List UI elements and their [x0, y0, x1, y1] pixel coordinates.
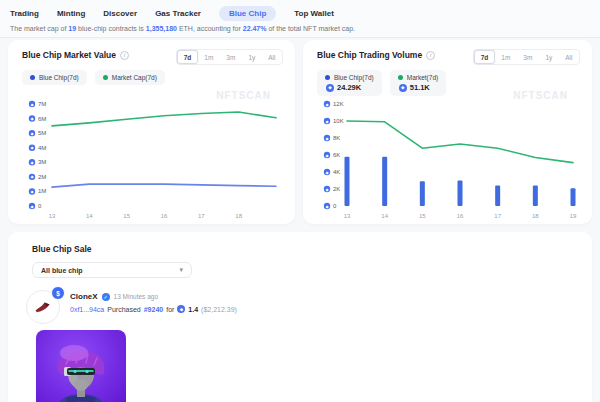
x-axis-tick-label: 13: [344, 213, 351, 219]
nav-item-top-wallet[interactable]: Top Wallet: [294, 6, 334, 21]
eth-icon: ◆: [177, 305, 185, 313]
y-axis-tick-label: 7M: [38, 101, 46, 107]
volume-bar[interactable]: [345, 157, 350, 206]
market-cap-summary: The market cap of 19 blue-chip contracts…: [0, 21, 600, 32]
range-option-7d[interactable]: 7d: [474, 50, 495, 64]
legend-label: Blue Chip(7d): [334, 74, 374, 81]
chevron-down-icon: ▾: [179, 266, 183, 274]
eth-icon: ◆: [326, 84, 334, 92]
summary-highlight-value[interactable]: 1,355,180: [146, 25, 177, 32]
volume-bar[interactable]: [382, 157, 387, 206]
collection-avatar[interactable]: $: [26, 290, 60, 324]
legend-label: Blue Chip(7d): [39, 74, 79, 81]
info-icon[interactable]: i: [120, 51, 129, 60]
market-value-header: Blue Chip Market Value i 7d1m3m1yAll: [8, 40, 295, 66]
trading-volume-chart[interactable]: ◆0◆2K◆4K◆6K◆8K◆10K◆12K13141516171819: [317, 100, 578, 222]
token-id-link[interactable]: #9240: [144, 306, 163, 313]
y-axis-tick-label: 3M: [38, 159, 46, 165]
volume-bar[interactable]: [458, 181, 463, 207]
verified-badge-icon: ✓: [102, 293, 110, 301]
legend-item[interactable]: Market(7d)◆51.1K: [390, 70, 446, 96]
y-axis-tick-label: 4M: [38, 145, 46, 151]
y-axis-tick-label: 4K: [333, 169, 340, 175]
market-value-legend: Blue Chip(7d)Market Cap(7d): [22, 70, 165, 85]
x-axis-tick-label: 15: [123, 213, 130, 219]
nav-item-blue-chip[interactable]: Blue Chip: [219, 6, 276, 21]
nft-image[interactable]: [36, 330, 126, 402]
x-axis-tick-label: 17: [494, 213, 501, 219]
collection-name-link[interactable]: CloneX: [70, 292, 98, 301]
market-value-range-filter: 7d1m3m1yAll: [176, 49, 283, 65]
dollar-badge-icon: $: [51, 286, 65, 300]
nftscan-watermark: NFTSCAN: [513, 90, 568, 101]
range-option-3m[interactable]: 3m: [517, 50, 539, 64]
y-axis-tick-label: 2K: [333, 186, 340, 192]
market-value-title-text: Blue Chip Market Value: [22, 50, 116, 60]
blue-chip-filter-dropdown[interactable]: All blue chip ▾: [32, 262, 192, 278]
summary-text: of the total NFT market cap.: [266, 25, 355, 32]
eth-icon: ◆: [399, 84, 407, 92]
chart-line-series[interactable]: [52, 184, 276, 187]
trading-volume-title: Blue Chip Trading Volume i: [317, 50, 435, 60]
range-option-all[interactable]: All: [559, 50, 579, 64]
volume-bar[interactable]: [420, 181, 425, 206]
nav-item-gas-tracker[interactable]: Gas Tracker: [155, 6, 201, 21]
action-label: Purchased: [107, 306, 140, 313]
x-axis-tick-label: 16: [161, 213, 168, 219]
range-option-all[interactable]: All: [262, 50, 282, 64]
nav-item-trading[interactable]: Trading: [10, 6, 39, 21]
legend-item-row: Market Cap(7d): [103, 74, 157, 81]
range-option-3m[interactable]: 3m: [220, 50, 242, 64]
filter-selected-value: All blue chip: [41, 267, 83, 274]
sale-price-eth: 1.4: [188, 306, 198, 313]
volume-bar[interactable]: [495, 186, 500, 206]
y-axis-tick-label: 6M: [38, 116, 46, 122]
info-icon[interactable]: i: [426, 51, 435, 60]
x-axis-tick-label: 13: [49, 213, 56, 219]
legend-value-row: ◆24.29K: [326, 83, 374, 92]
summary-highlight-value[interactable]: 22.47%: [243, 25, 267, 32]
volume-bar[interactable]: [533, 186, 538, 206]
y-axis-tick-label: 6K: [333, 152, 340, 158]
y-axis-tick-label: 1M: [38, 188, 46, 194]
volume-bar[interactable]: [571, 188, 576, 206]
trading-volume-header: Blue Chip Trading Volume i 7d1m3m1yAll: [303, 40, 592, 66]
for-label: for: [166, 306, 174, 313]
sale-item-text: CloneX ✓ 13 Minutes ago 0xf1...94ca Purc…: [70, 290, 237, 313]
summary-highlight-value[interactable]: 19: [68, 25, 76, 32]
buyer-address-link[interactable]: 0xf1...94ca: [70, 306, 104, 313]
legend-label: Market Cap(7d): [112, 74, 157, 81]
trading-volume-title-text: Blue Chip Trading Volume: [317, 50, 422, 60]
chart-line-series[interactable]: [52, 112, 276, 126]
x-axis-tick-label: 18: [532, 213, 539, 219]
nftscan-watermark: NFTSCAN: [216, 90, 271, 101]
trading-volume-legend: Blue Chip(7d)◆24.29KMarket(7d)◆51.1K: [317, 70, 446, 96]
x-axis-tick-label: 18: [235, 213, 242, 219]
nav-item-minting[interactable]: Minting: [57, 6, 85, 21]
range-option-1y[interactable]: 1y: [539, 50, 559, 64]
range-option-1m[interactable]: 1m: [198, 50, 220, 64]
range-option-7d[interactable]: 7d: [177, 50, 198, 64]
legend-label: Market(7d): [407, 74, 438, 81]
blue-chip-sale-panel: Blue Chip Sale All blue chip ▾ $ CloneX …: [8, 232, 592, 402]
nav-item-discover[interactable]: Discover: [103, 6, 137, 21]
range-option-1y[interactable]: 1y: [242, 50, 262, 64]
market-value-panel: Blue Chip Market Value i 7d1m3m1yAll Blu…: [8, 40, 295, 224]
chart-line-series[interactable]: [347, 121, 573, 163]
y-axis-tick-label: 8K: [333, 135, 340, 141]
sale-list-item: $ CloneX ✓ 13 Minutes ago 0xf1...94ca Pu…: [26, 290, 592, 324]
clonex-logo-icon: [33, 297, 53, 317]
legend-item-row: Market(7d): [398, 74, 438, 81]
sale-timestamp: 13 Minutes ago: [114, 293, 158, 300]
market-value-chart[interactable]: ◆0◆1M◆2M◆3M◆4M◆5M◆6M◆7M131415161718: [22, 100, 281, 222]
y-axis-tick-label: 0: [38, 203, 42, 209]
top-bar: TradingMintingDiscoverGas TrackerBlue Ch…: [0, 0, 600, 38]
legend-dot: [398, 75, 403, 80]
range-option-1m[interactable]: 1m: [495, 50, 517, 64]
sale-item-line1: CloneX ✓ 13 Minutes ago: [70, 292, 237, 301]
x-axis-tick-label: 14: [86, 213, 93, 219]
legend-item[interactable]: Blue Chip(7d)◆24.29K: [317, 70, 382, 96]
legend-item[interactable]: Market Cap(7d): [95, 70, 165, 85]
legend-item[interactable]: Blue Chip(7d): [22, 70, 87, 85]
legend-item-row: Blue Chip(7d): [30, 74, 79, 81]
